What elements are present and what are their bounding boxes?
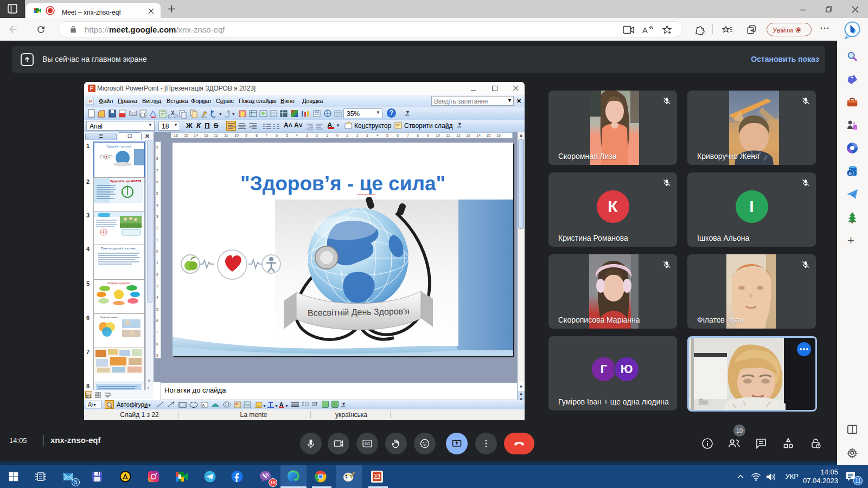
svg-text:"Здоров’я - це сила": "Здоров’я - це сила" <box>106 145 132 148</box>
svg-text:▼: ▼ <box>263 404 266 408</box>
svg-text:CC: CC <box>365 442 370 446</box>
svg-text:A: A <box>202 403 205 408</box>
svg-text:Всесвітній День Здоров'я: Всесвітній День Здоров'я <box>308 306 410 317</box>
svg-text:▼: ▼ <box>275 404 278 408</box>
svg-text:Поняття здоров'я і системи: Поняття здоров'я і системи <box>101 247 135 250</box>
svg-text:o: o <box>848 171 852 176</box>
svg-text:▾: ▾ <box>232 111 235 117</box>
svg-text:P: P <box>89 99 92 104</box>
svg-text:▼: ▼ <box>285 404 289 408</box>
svg-text:Загальні ознаки: Загальні ознаки <box>100 316 118 319</box>
svg-text:▾: ▾ <box>219 111 222 117</box>
svg-text:P: P <box>90 86 94 92</box>
svg-text:Складові здоров'я: Складові здоров'я <box>107 281 130 285</box>
svg-text:A: A <box>642 26 648 35</box>
svg-text:Здоров'я - це ЖИТТЯ: Здоров'я - це ЖИТТЯ <box>110 179 141 183</box>
svg-text:"Здоров’я - це сила": "Здоров’я - це сила" <box>240 172 445 195</box>
